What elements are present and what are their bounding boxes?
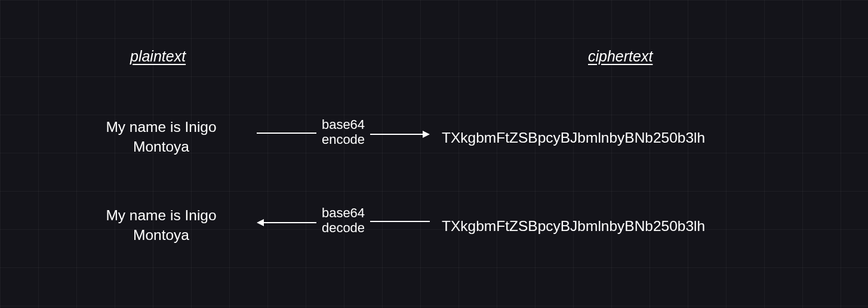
header-plaintext: plaintext xyxy=(130,48,186,65)
svg-marker-3 xyxy=(257,219,264,226)
plaintext-row-2: My name is Inigo Montoya xyxy=(78,205,245,245)
arrow-segment-left-row-1 xyxy=(257,131,316,135)
ciphertext-row-2: TXkgbmFtZSBpcyBJbmlnbyBNb250b3lh xyxy=(442,216,812,236)
operation-label-row-2-line-1: base64 xyxy=(322,205,365,220)
operation-label-row-2: base64 decode xyxy=(316,205,370,236)
diagram-canvas: plaintext ciphertext My name is Inigo Mo… xyxy=(0,0,868,308)
svg-marker-2 xyxy=(423,131,430,138)
arrow-segment-right-row-2 xyxy=(370,219,430,224)
ciphertext-row-1: TXkgbmFtZSBpcyBJbmlnbyBNb250b3lh xyxy=(442,128,812,147)
arrow-segment-left-row-2 xyxy=(257,219,316,226)
operation-label-row-1-line-2: encode xyxy=(322,132,365,147)
plaintext-row-1: My name is Inigo Montoya xyxy=(78,117,245,156)
operation-label-row-2-line-2: decode xyxy=(322,220,365,235)
operation-label-row-1: base64 encode xyxy=(316,117,370,147)
arrow-segment-right-row-1 xyxy=(370,131,430,138)
header-ciphertext: ciphertext xyxy=(588,48,652,65)
operation-label-row-1-line-1: base64 xyxy=(322,117,365,132)
